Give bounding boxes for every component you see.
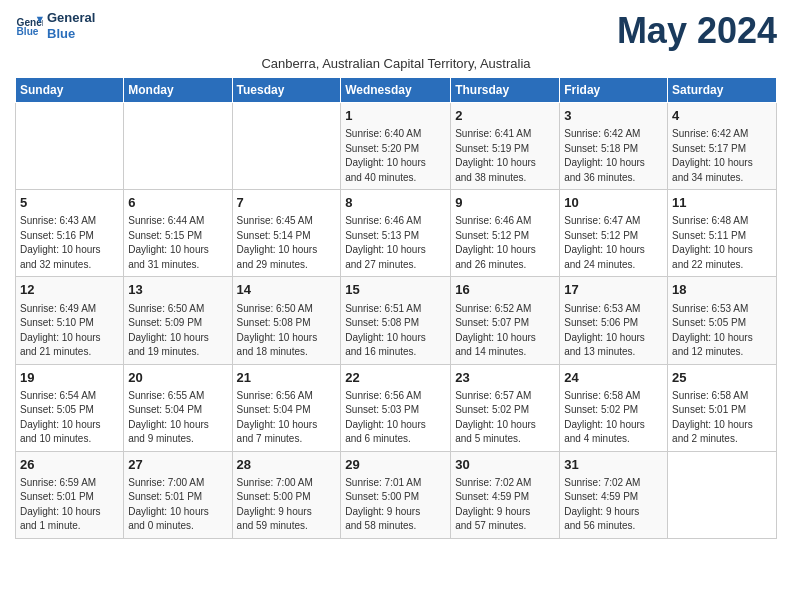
calendar-cell: 30Sunrise: 7:02 AMSunset: 4:59 PMDayligh… [451, 451, 560, 538]
calendar-cell: 24Sunrise: 6:58 AMSunset: 5:02 PMDayligh… [560, 364, 668, 451]
logo-icon: General Blue [15, 12, 43, 40]
day-number: 15 [345, 281, 446, 299]
calendar-cell: 2Sunrise: 6:41 AMSunset: 5:19 PMDaylight… [451, 103, 560, 190]
day-number: 29 [345, 456, 446, 474]
day-number: 10 [564, 194, 663, 212]
calendar-cell [124, 103, 232, 190]
day-info: Sunrise: 6:51 AMSunset: 5:08 PMDaylight:… [345, 302, 446, 360]
day-number: 24 [564, 369, 663, 387]
calendar-cell: 6Sunrise: 6:44 AMSunset: 5:15 PMDaylight… [124, 190, 232, 277]
calendar-cell: 26Sunrise: 6:59 AMSunset: 5:01 PMDayligh… [16, 451, 124, 538]
calendar-cell [232, 103, 341, 190]
month-title: May 2024 [617, 10, 777, 52]
day-number: 8 [345, 194, 446, 212]
day-number: 13 [128, 281, 227, 299]
day-info: Sunrise: 6:45 AMSunset: 5:14 PMDaylight:… [237, 214, 337, 272]
day-number: 31 [564, 456, 663, 474]
day-info: Sunrise: 7:00 AMSunset: 5:01 PMDaylight:… [128, 476, 227, 534]
calendar-cell: 17Sunrise: 6:53 AMSunset: 5:06 PMDayligh… [560, 277, 668, 364]
calendar-subtitle: Canberra, Australian Capital Territory, … [15, 56, 777, 71]
svg-text:Blue: Blue [17, 26, 39, 37]
day-number: 28 [237, 456, 337, 474]
day-info: Sunrise: 6:48 AMSunset: 5:11 PMDaylight:… [672, 214, 772, 272]
day-number: 9 [455, 194, 555, 212]
day-info: Sunrise: 6:46 AMSunset: 5:13 PMDaylight:… [345, 214, 446, 272]
calendar-cell: 11Sunrise: 6:48 AMSunset: 5:11 PMDayligh… [668, 190, 777, 277]
day-info: Sunrise: 6:47 AMSunset: 5:12 PMDaylight:… [564, 214, 663, 272]
day-number: 12 [20, 281, 119, 299]
day-info: Sunrise: 6:54 AMSunset: 5:05 PMDaylight:… [20, 389, 119, 447]
calendar-cell: 9Sunrise: 6:46 AMSunset: 5:12 PMDaylight… [451, 190, 560, 277]
day-info: Sunrise: 6:49 AMSunset: 5:10 PMDaylight:… [20, 302, 119, 360]
calendar-cell: 22Sunrise: 6:56 AMSunset: 5:03 PMDayligh… [341, 364, 451, 451]
day-number: 23 [455, 369, 555, 387]
day-info: Sunrise: 6:52 AMSunset: 5:07 PMDaylight:… [455, 302, 555, 360]
day-number: 14 [237, 281, 337, 299]
day-info: Sunrise: 6:40 AMSunset: 5:20 PMDaylight:… [345, 127, 446, 185]
day-info: Sunrise: 6:56 AMSunset: 5:04 PMDaylight:… [237, 389, 337, 447]
logo-blue: Blue [47, 26, 95, 42]
day-info: Sunrise: 7:02 AMSunset: 4:59 PMDaylight:… [564, 476, 663, 534]
day-info: Sunrise: 6:59 AMSunset: 5:01 PMDaylight:… [20, 476, 119, 534]
page-header: General Blue General Blue May 2024 [15, 10, 777, 52]
weekday-header-friday: Friday [560, 78, 668, 103]
logo: General Blue General Blue [15, 10, 95, 41]
day-number: 5 [20, 194, 119, 212]
day-number: 16 [455, 281, 555, 299]
day-number: 3 [564, 107, 663, 125]
calendar-cell: 12Sunrise: 6:49 AMSunset: 5:10 PMDayligh… [16, 277, 124, 364]
day-number: 26 [20, 456, 119, 474]
day-info: Sunrise: 6:43 AMSunset: 5:16 PMDaylight:… [20, 214, 119, 272]
calendar-cell: 4Sunrise: 6:42 AMSunset: 5:17 PMDaylight… [668, 103, 777, 190]
day-info: Sunrise: 6:42 AMSunset: 5:18 PMDaylight:… [564, 127, 663, 185]
calendar-cell: 10Sunrise: 6:47 AMSunset: 5:12 PMDayligh… [560, 190, 668, 277]
calendar-cell: 18Sunrise: 6:53 AMSunset: 5:05 PMDayligh… [668, 277, 777, 364]
calendar-cell: 19Sunrise: 6:54 AMSunset: 5:05 PMDayligh… [16, 364, 124, 451]
day-info: Sunrise: 7:00 AMSunset: 5:00 PMDaylight:… [237, 476, 337, 534]
calendar-week-3: 12Sunrise: 6:49 AMSunset: 5:10 PMDayligh… [16, 277, 777, 364]
day-info: Sunrise: 6:50 AMSunset: 5:08 PMDaylight:… [237, 302, 337, 360]
day-info: Sunrise: 6:58 AMSunset: 5:02 PMDaylight:… [564, 389, 663, 447]
calendar-cell: 25Sunrise: 6:58 AMSunset: 5:01 PMDayligh… [668, 364, 777, 451]
day-info: Sunrise: 6:41 AMSunset: 5:19 PMDaylight:… [455, 127, 555, 185]
day-info: Sunrise: 6:57 AMSunset: 5:02 PMDaylight:… [455, 389, 555, 447]
calendar-cell: 15Sunrise: 6:51 AMSunset: 5:08 PMDayligh… [341, 277, 451, 364]
day-number: 18 [672, 281, 772, 299]
day-number: 4 [672, 107, 772, 125]
weekday-header-tuesday: Tuesday [232, 78, 341, 103]
day-number: 6 [128, 194, 227, 212]
day-info: Sunrise: 7:01 AMSunset: 5:00 PMDaylight:… [345, 476, 446, 534]
day-info: Sunrise: 6:58 AMSunset: 5:01 PMDaylight:… [672, 389, 772, 447]
calendar-week-4: 19Sunrise: 6:54 AMSunset: 5:05 PMDayligh… [16, 364, 777, 451]
calendar-cell: 29Sunrise: 7:01 AMSunset: 5:00 PMDayligh… [341, 451, 451, 538]
day-info: Sunrise: 6:50 AMSunset: 5:09 PMDaylight:… [128, 302, 227, 360]
calendar-cell: 3Sunrise: 6:42 AMSunset: 5:18 PMDaylight… [560, 103, 668, 190]
calendar-week-1: 1Sunrise: 6:40 AMSunset: 5:20 PMDaylight… [16, 103, 777, 190]
day-info: Sunrise: 6:42 AMSunset: 5:17 PMDaylight:… [672, 127, 772, 185]
day-number: 11 [672, 194, 772, 212]
calendar-cell: 31Sunrise: 7:02 AMSunset: 4:59 PMDayligh… [560, 451, 668, 538]
day-info: Sunrise: 6:56 AMSunset: 5:03 PMDaylight:… [345, 389, 446, 447]
day-number: 17 [564, 281, 663, 299]
calendar-cell: 14Sunrise: 6:50 AMSunset: 5:08 PMDayligh… [232, 277, 341, 364]
day-info: Sunrise: 6:44 AMSunset: 5:15 PMDaylight:… [128, 214, 227, 272]
day-info: Sunrise: 6:53 AMSunset: 5:05 PMDaylight:… [672, 302, 772, 360]
day-number: 1 [345, 107, 446, 125]
calendar-cell: 16Sunrise: 6:52 AMSunset: 5:07 PMDayligh… [451, 277, 560, 364]
calendar-cell: 1Sunrise: 6:40 AMSunset: 5:20 PMDaylight… [341, 103, 451, 190]
calendar-cell: 27Sunrise: 7:00 AMSunset: 5:01 PMDayligh… [124, 451, 232, 538]
calendar-cell: 13Sunrise: 6:50 AMSunset: 5:09 PMDayligh… [124, 277, 232, 364]
day-number: 30 [455, 456, 555, 474]
weekday-header-wednesday: Wednesday [341, 78, 451, 103]
calendar-cell: 20Sunrise: 6:55 AMSunset: 5:04 PMDayligh… [124, 364, 232, 451]
weekday-header-thursday: Thursday [451, 78, 560, 103]
day-info: Sunrise: 6:55 AMSunset: 5:04 PMDaylight:… [128, 389, 227, 447]
calendar-cell: 7Sunrise: 6:45 AMSunset: 5:14 PMDaylight… [232, 190, 341, 277]
calendar-cell: 21Sunrise: 6:56 AMSunset: 5:04 PMDayligh… [232, 364, 341, 451]
logo-general: General [47, 10, 95, 26]
calendar-cell: 28Sunrise: 7:00 AMSunset: 5:00 PMDayligh… [232, 451, 341, 538]
weekday-header-saturday: Saturday [668, 78, 777, 103]
calendar-cell [16, 103, 124, 190]
day-number: 27 [128, 456, 227, 474]
calendar-cell: 8Sunrise: 6:46 AMSunset: 5:13 PMDaylight… [341, 190, 451, 277]
